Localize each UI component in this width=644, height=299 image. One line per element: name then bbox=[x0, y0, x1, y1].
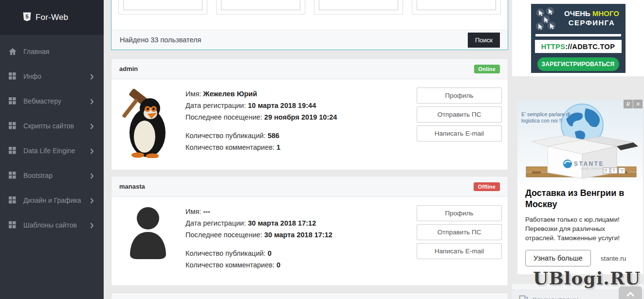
field-label: Количество публикаций: bbox=[185, 249, 266, 257]
profile-button[interactable]: Профиль bbox=[417, 88, 502, 104]
user-card-admin: admin Online Имя:Жежелев Юр bbox=[111, 58, 508, 170]
chevron-right-icon bbox=[90, 73, 94, 79]
field-value: Жежелев Юрий bbox=[203, 90, 257, 98]
send-pm-button[interactable]: Отправить ПС bbox=[417, 224, 502, 240]
grid-icon bbox=[9, 147, 17, 155]
sidebar-item-label: Шаблоны сайтов bbox=[23, 221, 90, 229]
svg-text:logistica con noi !!: logistica con noi !! bbox=[521, 118, 562, 123]
username: admin bbox=[119, 65, 138, 72]
profile-button[interactable]: Профиль bbox=[417, 205, 502, 221]
sidebar-item-info[interactable]: Инфо bbox=[0, 64, 104, 88]
ublogi-watermark: UBlogi.RU bbox=[533, 268, 641, 288]
user-actions: Профиль Отправить ПС Написать E-mail bbox=[417, 205, 502, 259]
stante-ad-card: ₽ ✕ bbox=[517, 100, 643, 274]
svg-text:5: 5 bbox=[25, 14, 28, 19]
main-content: Найдено 33 пользвателя Поиск admin Onlin… bbox=[111, 0, 508, 299]
url-prefix: HTTPS bbox=[541, 43, 566, 51]
grid-icon bbox=[9, 172, 17, 179]
comments-icon bbox=[519, 295, 528, 299]
user-search-panel: Найдено 33 пользвателя Поиск bbox=[111, 0, 508, 50]
search-button[interactable]: Поиск bbox=[468, 33, 500, 48]
sidebar-item-dizain-i-grafika[interactable]: Дизайн и Графика bbox=[0, 188, 104, 212]
sidebar-item-bootstrap[interactable]: Bootstrap bbox=[0, 163, 104, 188]
field-label: Имя: bbox=[185, 90, 201, 98]
grid-icon bbox=[9, 97, 17, 105]
search-panel-footer: Найдено 33 пользвателя Поиск bbox=[111, 30, 508, 50]
chevron-right-icon bbox=[90, 173, 94, 178]
sidebar-item-label: Главная bbox=[23, 48, 94, 55]
adbtc-banner[interactable]: ОЧЕНЬ МНОГО СЕРФИНГА HTTPS://ADBTC.TOP З… bbox=[531, 4, 626, 73]
user-card-partial bbox=[111, 293, 508, 299]
field-label: Количество комментариев: bbox=[185, 261, 275, 269]
filter-input-3[interactable] bbox=[319, 0, 398, 10]
adbtc-register-button[interactable]: ЗАРЕГИСТРИРОВАТЬСЯ bbox=[537, 57, 619, 71]
site-title: For-Web bbox=[36, 13, 68, 22]
field-label: Последнее посещение: bbox=[185, 231, 262, 239]
field-label: Количество комментариев: bbox=[185, 143, 275, 151]
field-value: 30 марта 2018 17:12 bbox=[264, 231, 332, 239]
field-value: 10 марта 2018 19:44 bbox=[248, 102, 316, 109]
user-actions: Профиль Отправить ПС Написать E-mail bbox=[417, 88, 502, 141]
headline-highlight: МНОГО bbox=[592, 9, 619, 18]
status-badge: Online bbox=[474, 65, 500, 73]
site-logo: 5 For-Web bbox=[0, 0, 104, 35]
sidebar-item-label: Скрипты сайтов bbox=[23, 122, 90, 130]
field-value: 0 bbox=[268, 249, 272, 257]
ad-close-icon[interactable]: ✕ bbox=[633, 100, 643, 108]
field-value: 0 bbox=[276, 261, 280, 269]
filter-input-1[interactable] bbox=[123, 0, 202, 10]
ad-ruble-badge[interactable]: ₽ bbox=[624, 100, 633, 108]
chevron-right-icon bbox=[90, 123, 94, 129]
headline-word: ОЧЕНЬ bbox=[564, 9, 592, 18]
sidebar-item-label: Bootstrap bbox=[23, 172, 90, 179]
sidebar-item-shablony-saitov[interactable]: Шаблоны сайтов bbox=[0, 212, 104, 237]
scroll-to-top-button[interactable] bbox=[619, 286, 642, 299]
comments-title: Комментарии bbox=[533, 296, 578, 299]
user-details: Имя:Жежелев Юрий Дата регистрации:10 мар… bbox=[185, 86, 337, 160]
filter-field-3 bbox=[314, 0, 403, 15]
results-count-text: Найдено 33 пользвателя bbox=[120, 36, 201, 44]
default-avatar-image bbox=[128, 206, 169, 260]
adbtc-url[interactable]: HTTPS://ADBTC.TOP bbox=[535, 40, 622, 53]
grid-icon bbox=[9, 196, 17, 204]
field-label: Количество публикаций: bbox=[185, 132, 266, 140]
chevron-right-icon bbox=[90, 148, 94, 154]
field-value: 1 bbox=[276, 143, 280, 151]
field-value: --- bbox=[203, 208, 210, 215]
svg-text:E' semplice parlare di: E' semplice parlare di bbox=[521, 111, 570, 117]
field-label: Последнее посещение: bbox=[185, 113, 262, 121]
sidebar-item-glavnaya[interactable]: Главная bbox=[0, 39, 104, 64]
filter-field-4 bbox=[412, 0, 501, 15]
learn-more-button[interactable]: Узнать больше bbox=[525, 250, 591, 266]
filter-input-2[interactable] bbox=[221, 0, 300, 10]
html5-shield-icon: 5 bbox=[23, 12, 31, 23]
write-email-button[interactable]: Написать E-mail bbox=[417, 125, 502, 141]
grid-icon bbox=[9, 72, 17, 80]
write-email-button[interactable]: Написать E-mail bbox=[417, 243, 502, 259]
avatar bbox=[119, 204, 185, 271]
field-value: 30 марта 2018 17:12 bbox=[248, 219, 316, 227]
filter-field-2 bbox=[216, 0, 305, 15]
user-details: Имя:--- Дата регистрации:30 марта 2018 1… bbox=[185, 204, 332, 271]
status-badge: Offline bbox=[474, 182, 500, 191]
sidebar-item-label: Инфо bbox=[23, 72, 90, 80]
filter-input-4[interactable] bbox=[417, 0, 496, 10]
sidebar-item-label: Вебмастеру bbox=[23, 97, 90, 105]
sidebar-item-webmasteru[interactable]: Вебмастеру bbox=[0, 88, 104, 113]
user-card-header: admin Online bbox=[111, 59, 508, 79]
sidebar-item-skripty-saitov[interactable]: Скрипты сайтов bbox=[0, 113, 104, 138]
headline-line2: СЕРФИНГА bbox=[562, 18, 622, 27]
chevron-up-icon bbox=[626, 290, 635, 299]
sidebar-item-data-life-eingine[interactable]: Data Life Eingine bbox=[0, 138, 104, 163]
user-card-header bbox=[111, 293, 508, 299]
ad-controls: ₽ ✕ bbox=[624, 100, 643, 108]
sidebar-item-label: Data Life Eingine bbox=[23, 147, 90, 155]
filter-field-1 bbox=[118, 0, 207, 15]
sidebar-menu: Главная Инфо Вебмастеру Скрипты сайтов D… bbox=[0, 35, 104, 237]
stante-ad-image[interactable]: STANTE YOUR LOGISTICS WAY E' semplice pa… bbox=[517, 100, 643, 181]
grid-icon bbox=[9, 122, 17, 130]
send-pm-button[interactable]: Отправить ПС bbox=[417, 106, 502, 123]
ad-domain: stante.ru bbox=[601, 255, 626, 262]
field-label: Дата регистрации: bbox=[185, 102, 246, 109]
sidebar: 5 For-Web Главная Инфо Вебмастеру Скрипт… bbox=[0, 0, 104, 299]
